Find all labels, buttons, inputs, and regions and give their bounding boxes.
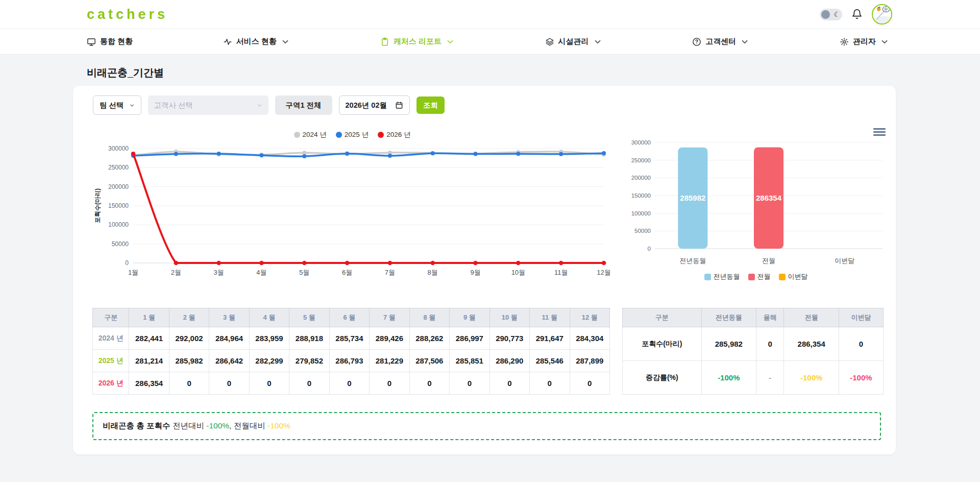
nav-item-admin[interactable]: 관리자	[840, 37, 889, 46]
column-header: 구분	[623, 308, 702, 327]
search-button[interactable]: 조회	[416, 97, 445, 114]
bar-chart-legend: 전년동월전월이번달	[624, 272, 888, 281]
bell-icon[interactable]	[851, 9, 863, 20]
table-cell: 287,899	[570, 350, 610, 372]
moon-icon: ☾	[834, 11, 840, 18]
table-cell: 290,773	[489, 327, 529, 350]
legend-dot	[378, 132, 384, 138]
nav-item-dashboard[interactable]: 통합 현황	[87, 37, 133, 46]
svg-text:11월: 11월	[554, 269, 568, 276]
table-cell: 285,982	[701, 327, 756, 361]
chevron-down-icon	[129, 103, 135, 108]
svg-text:5월: 5월	[299, 269, 309, 276]
page-title: 비래곤충_기간별	[87, 66, 980, 80]
legend-item-2026[interactable]: 2026 년	[378, 130, 410, 139]
legend-item-2024[interactable]: 2024 년	[294, 130, 327, 139]
column-header: 8 월	[409, 308, 449, 327]
column-header: 구분	[93, 308, 129, 327]
dark-mode-toggle[interactable]: ☾	[820, 9, 842, 20]
table-cell: 286,997	[450, 327, 489, 350]
svg-text:50000: 50000	[634, 228, 651, 234]
nav-item-customer-center[interactable]: 고객센터	[692, 37, 749, 46]
legend-item-2025[interactable]: 2025 년	[336, 130, 369, 139]
chart-menu-icon[interactable]	[873, 128, 886, 136]
svg-text:3월: 3월	[214, 269, 224, 276]
column-header: 7 월	[370, 308, 409, 327]
table-cell: 0	[209, 372, 249, 395]
svg-text:9월: 9월	[470, 269, 480, 276]
table-cell: 284,304	[570, 327, 610, 350]
table-row: 포획수(마리)285,9820286,3540	[623, 327, 884, 361]
summary-note: 비래곤충 총 포획수 전년대비 -100%, 전월대비 -100%	[92, 412, 881, 440]
bar-legend-item[interactable]: 이번달	[779, 272, 808, 281]
line-chart-legend: 2024 년 2025 년 2026 년	[92, 130, 612, 139]
nav-item-service-status[interactable]: 서비스 현황	[223, 37, 290, 46]
bar-chart-canvas: 0500001000001500002000002500003000002859…	[624, 130, 888, 269]
compare-table: 구분전년동월올해전월이번달 포획수(마리)285,9820286,3540증감률…	[622, 308, 884, 395]
table-cell: 0	[489, 372, 529, 395]
svg-text:0: 0	[648, 246, 651, 252]
table-row: 2024 년282,441292,002284,964283,959288,91…	[93, 327, 610, 350]
table-cell: 0	[249, 372, 289, 395]
table-cell: -100%	[839, 361, 883, 395]
column-header: 2 월	[169, 308, 209, 327]
chevron-down-icon	[281, 37, 290, 46]
column-header: 4 월	[249, 308, 289, 327]
column-header: 전월	[784, 308, 839, 327]
svg-text:포획수(마리): 포획수(마리)	[94, 188, 101, 223]
table-cell: 287,506	[409, 350, 449, 372]
summary-text: , 전월대비	[229, 421, 267, 430]
table-cell: 282,299	[249, 350, 289, 372]
table-cell: 281,214	[129, 350, 169, 372]
table-cell: 0	[289, 372, 329, 395]
table-cell: 286,793	[329, 350, 369, 372]
table-cell: 285,546	[530, 350, 570, 372]
column-header: 11 월	[530, 308, 570, 327]
svg-text:100000: 100000	[108, 221, 129, 228]
activity-icon	[223, 37, 232, 46]
svg-text:150000: 150000	[108, 202, 129, 209]
table-cell: 0	[756, 327, 784, 361]
gear-icon	[840, 37, 849, 46]
table-cell: 286,290	[489, 350, 529, 372]
table-cell: 283,959	[249, 327, 289, 350]
monthly-table: 구분1 월2 월3 월4 월5 월6 월7 월8 월9 월10 월11 월12 …	[92, 308, 610, 395]
summary-text: -100%	[206, 421, 229, 430]
customer-select[interactable]: 고객사 선택	[148, 95, 268, 115]
table-cell: 0	[450, 372, 489, 395]
main-nav: 통합 현황 서비스 현황 캐처스 리포트 시설관리 고객센터 관리자	[0, 29, 980, 55]
nav-item-facility[interactable]: 시설관리	[545, 37, 602, 46]
svg-text:150000: 150000	[631, 192, 651, 199]
column-header: 6 월	[329, 308, 369, 327]
toggle-knob	[821, 10, 830, 19]
table-cell: 286,354	[784, 327, 839, 361]
svg-text:200000: 200000	[108, 183, 129, 190]
zone-field[interactable]: 구역1 전체	[275, 95, 332, 115]
svg-text:250000: 250000	[631, 157, 651, 163]
table-cell: 291,647	[530, 327, 570, 350]
svg-text:10월: 10월	[511, 269, 525, 276]
svg-text:100000: 100000	[631, 210, 651, 216]
monitor-icon	[87, 37, 96, 46]
column-header: 전년동월	[701, 308, 756, 327]
svg-text:4월: 4월	[256, 269, 266, 276]
column-header: 10 월	[489, 308, 529, 327]
column-header: 9 월	[450, 308, 489, 327]
table-cell: 0	[370, 372, 409, 395]
table-cell: 0	[570, 372, 610, 395]
table-cell: 0	[409, 372, 449, 395]
bar-legend-item[interactable]: 전년동월	[704, 272, 740, 281]
table-cell: 281,229	[370, 350, 409, 372]
legend-swatch	[779, 274, 786, 280]
avatar[interactable]	[872, 4, 892, 25]
legend-swatch	[704, 274, 711, 280]
team-select[interactable]: 팀 선택	[93, 95, 141, 115]
calendar-icon	[395, 101, 403, 109]
report-card: 팀 선택 고객사 선택 구역1 전체 2026년 02월 조회 2024 년 2…	[73, 86, 896, 454]
bar-legend-item[interactable]: 전월	[748, 272, 771, 281]
brand-logo[interactable]: catchers	[87, 7, 168, 22]
row-label: 2025 년	[93, 350, 129, 372]
column-header: 12 월	[570, 308, 610, 327]
nav-item-catchers-report[interactable]: 캐처스 리포트	[380, 37, 455, 46]
month-picker[interactable]: 2026년 02월	[339, 95, 410, 115]
